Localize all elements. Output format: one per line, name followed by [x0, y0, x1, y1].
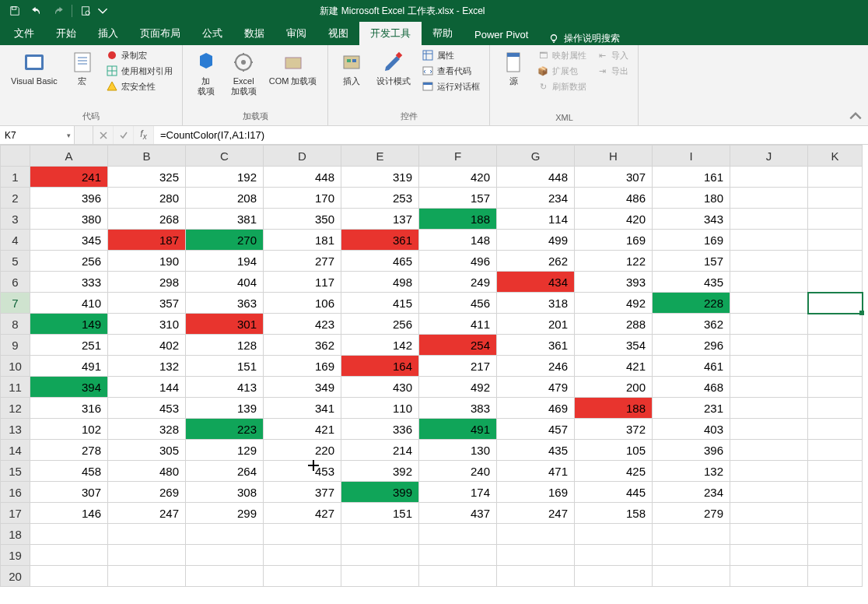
cell-I9[interactable]: 296: [653, 335, 730, 356]
cell-B8[interactable]: 310: [108, 314, 186, 335]
cell-C16[interactable]: 308: [186, 482, 264, 503]
cell-C17[interactable]: 299: [186, 503, 264, 524]
cell-E17[interactable]: 151: [341, 503, 419, 524]
cell-B1[interactable]: 325: [108, 167, 186, 188]
cell-I7[interactable]: 228: [653, 293, 730, 314]
row-header-7[interactable]: 7: [1, 293, 30, 314]
cell-F8[interactable]: 411: [419, 314, 497, 335]
cell-D19[interactable]: [264, 545, 341, 566]
cell-J9[interactable]: [730, 335, 808, 356]
cell-K12[interactable]: [808, 398, 863, 419]
cell-A3[interactable]: 380: [30, 209, 108, 230]
cell-J18[interactable]: [730, 524, 808, 545]
cell-D1[interactable]: 448: [264, 167, 341, 188]
column-header-A[interactable]: A: [30, 146, 108, 167]
cell-F9[interactable]: 254: [419, 335, 497, 356]
cell-F1[interactable]: 420: [419, 167, 497, 188]
cell-F13[interactable]: 491: [419, 419, 497, 440]
row-header-12[interactable]: 12: [1, 398, 30, 419]
worksheet-grid[interactable]: ABCDEFGHIJK12413251924483194204483071612…: [0, 145, 863, 587]
cell-D16[interactable]: 377: [264, 482, 341, 503]
cell-A2[interactable]: 396: [30, 188, 108, 209]
cell-H7[interactable]: 492: [575, 293, 653, 314]
cell-F19[interactable]: [419, 545, 497, 566]
run-dialog-button[interactable]: 运行对话框: [418, 79, 483, 93]
cell-A5[interactable]: 256: [30, 251, 108, 272]
cell-J11[interactable]: [730, 377, 808, 398]
cell-C11[interactable]: 413: [186, 377, 264, 398]
cell-F11[interactable]: 492: [419, 377, 497, 398]
cell-D6[interactable]: 117: [264, 272, 341, 293]
cell-F14[interactable]: 130: [419, 440, 497, 461]
cell-E18[interactable]: [341, 524, 419, 545]
cell-K17[interactable]: [808, 503, 863, 524]
cell-C20[interactable]: [186, 566, 264, 587]
cell-K10[interactable]: [808, 356, 863, 377]
row-header-13[interactable]: 13: [1, 419, 30, 440]
cell-A16[interactable]: 307: [30, 482, 108, 503]
row-header-16[interactable]: 16: [1, 482, 30, 503]
cell-I11[interactable]: 468: [653, 377, 730, 398]
cell-B2[interactable]: 280: [108, 188, 186, 209]
cell-D13[interactable]: 421: [264, 419, 341, 440]
cell-K15[interactable]: [808, 461, 863, 482]
cell-K19[interactable]: [808, 545, 863, 566]
cell-H3[interactable]: 420: [575, 209, 653, 230]
cell-D7[interactable]: 106: [264, 293, 341, 314]
cell-J5[interactable]: [730, 251, 808, 272]
cell-D20[interactable]: [264, 566, 341, 587]
com-addins-button[interactable]: COM 加载项: [264, 48, 322, 88]
macros-button[interactable]: 宏: [65, 48, 100, 88]
cell-H9[interactable]: 354: [575, 335, 653, 356]
cell-D11[interactable]: 349: [264, 377, 341, 398]
cell-I13[interactable]: 403: [653, 419, 730, 440]
cell-E9[interactable]: 142: [341, 335, 419, 356]
tab-layout[interactable]: 页面布局: [129, 22, 191, 45]
cell-D18[interactable]: [264, 524, 341, 545]
cell-C12[interactable]: 139: [186, 398, 264, 419]
cell-J8[interactable]: [730, 314, 808, 335]
cell-G4[interactable]: 499: [497, 230, 575, 251]
row-header-2[interactable]: 2: [1, 188, 30, 209]
cell-G20[interactable]: [497, 566, 575, 587]
cell-H19[interactable]: [575, 545, 653, 566]
cell-H16[interactable]: 445: [575, 482, 653, 503]
cell-B3[interactable]: 268: [108, 209, 186, 230]
cell-I8[interactable]: 362: [653, 314, 730, 335]
cell-H12[interactable]: 188: [575, 398, 653, 419]
visual-basic-button[interactable]: Visual Basic: [6, 48, 62, 88]
column-header-K[interactable]: K: [808, 146, 863, 167]
cell-D2[interactable]: 170: [264, 188, 341, 209]
tab-home[interactable]: 开始: [45, 22, 87, 45]
cell-B10[interactable]: 132: [108, 356, 186, 377]
cell-I2[interactable]: 180: [653, 188, 730, 209]
cell-D10[interactable]: 169: [264, 356, 341, 377]
name-box[interactable]: K7 ▾: [0, 126, 75, 144]
cell-K16[interactable]: [808, 482, 863, 503]
cell-B19[interactable]: [108, 545, 186, 566]
row-header-19[interactable]: 19: [1, 545, 30, 566]
relative-ref-button[interactable]: 使用相对引用: [103, 64, 176, 78]
cell-K7[interactable]: [808, 293, 863, 314]
worksheet-area[interactable]: ABCDEFGHIJK12413251924483194204483071612…: [0, 145, 868, 587]
cell-A15[interactable]: 458: [30, 461, 108, 482]
cell-J13[interactable]: [730, 419, 808, 440]
cell-H5[interactable]: 122: [575, 251, 653, 272]
print-preview-button[interactable]: [75, 2, 96, 20]
column-header-G[interactable]: G: [497, 146, 575, 167]
cell-E11[interactable]: 430: [341, 377, 419, 398]
cell-J16[interactable]: [730, 482, 808, 503]
design-mode-button[interactable]: 设计模式: [372, 48, 415, 88]
row-header-17[interactable]: 17: [1, 503, 30, 524]
enter-formula-button[interactable]: [114, 126, 134, 144]
cell-I20[interactable]: [653, 566, 730, 587]
cell-G2[interactable]: 234: [497, 188, 575, 209]
tab-data[interactable]: 数据: [233, 22, 275, 45]
cell-E20[interactable]: [341, 566, 419, 587]
cell-I18[interactable]: [653, 524, 730, 545]
cell-C2[interactable]: 208: [186, 188, 264, 209]
insert-control-button[interactable]: 插入: [334, 48, 369, 88]
cell-G3[interactable]: 114: [497, 209, 575, 230]
cell-J2[interactable]: [730, 188, 808, 209]
cell-C7[interactable]: 363: [186, 293, 264, 314]
